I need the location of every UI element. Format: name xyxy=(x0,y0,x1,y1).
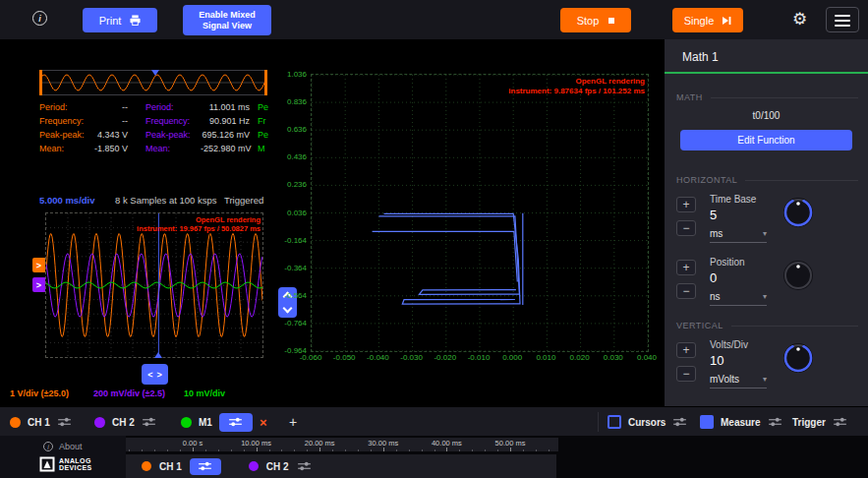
ch1-measurement-value: 4.343 V xyxy=(88,130,128,140)
xy-y-tick-label: -0.764 xyxy=(269,319,307,328)
gear-icon[interactable]: ⚙ xyxy=(792,8,807,31)
chevron-right-icon: > xyxy=(157,370,162,380)
timebase-decrement-button[interactable]: − xyxy=(676,220,696,236)
time-axis-minor-tick xyxy=(231,449,232,451)
single-button[interactable]: Single xyxy=(672,8,743,32)
edit-function-button[interactable]: Edit Function xyxy=(680,130,852,150)
ch1-settings-button-active[interactable] xyxy=(190,458,221,475)
opengl-notice: OpenGL rendering instrument: 9.87634 fps… xyxy=(508,77,645,96)
section-label: HORIZONTAL xyxy=(676,175,737,185)
voltsdiv-knob[interactable] xyxy=(781,340,816,376)
measurement-row: Frequency:--Frequency:90.901 HzFr xyxy=(39,114,271,128)
trigger-position-marker[interactable] xyxy=(151,70,159,76)
ch2-color-dot[interactable] xyxy=(94,417,105,428)
voltsdiv-value[interactable]: 10 xyxy=(710,353,723,368)
timebase-unit-value: ms xyxy=(710,228,723,239)
ch2-settings-icon[interactable] xyxy=(142,417,156,427)
position-value[interactable]: 0 xyxy=(710,270,717,285)
time-axis-minor-tick xyxy=(371,449,372,451)
channel-m1-group[interactable]: M1 × xyxy=(181,407,267,437)
run-stop-button[interactable]: Stop xyxy=(560,8,631,32)
about-menu-item[interactable]: i About xyxy=(43,442,83,451)
measure-checkbox[interactable] xyxy=(700,415,714,429)
position-knob[interactable] xyxy=(781,258,816,293)
preview-right-handle[interactable] xyxy=(264,70,267,95)
chevron-left-icon: < xyxy=(147,370,152,380)
chevron-down-icon: ▾ xyxy=(763,376,767,384)
print-button[interactable]: Print xyxy=(83,8,157,32)
preview-left-handle[interactable] xyxy=(39,70,42,95)
time-axis-strip: 0.00 s10.00 ms20.00 ms30.00 ms40.00 ms50… xyxy=(126,438,558,451)
measurement-row: Peak-peak:4.343 VPeak-peak:695.126 mVPe xyxy=(39,128,271,142)
position-increment-button[interactable]: + xyxy=(676,260,696,275)
timebase-value[interactable]: 5 xyxy=(710,208,717,222)
voltsdiv-unit-value: mVolts xyxy=(710,374,739,385)
voltsdiv-unit-select[interactable]: mVolts ▾ xyxy=(710,374,767,388)
printer-icon xyxy=(130,15,141,26)
xy-y-tick-label: 0.036 xyxy=(269,209,307,217)
background-channel-bar: CH 1 CH 2 xyxy=(126,454,556,478)
cursors-checkbox[interactable] xyxy=(608,415,621,429)
ch2-measurement-label: Mean: xyxy=(145,144,201,153)
info-icon[interactable]: i xyxy=(32,11,47,26)
menu-button[interactable] xyxy=(826,7,859,32)
background-window: i About ANALOG DEVICES 0.00 s10.00 ms20.… xyxy=(0,436,868,478)
single-shot-icon xyxy=(722,16,731,26)
ch1-measurement-value: -1.850 V xyxy=(88,144,128,153)
cursors-settings-icon[interactable] xyxy=(672,417,687,427)
trigger-settings-icon[interactable] xyxy=(833,417,847,427)
enable-mixed-signal-button[interactable]: Enable Mixed Signal View xyxy=(183,5,271,35)
measure-settings-icon[interactable] xyxy=(768,417,782,427)
timebase-increment-button[interactable]: + xyxy=(676,197,696,212)
acquisition-preview-strip[interactable] xyxy=(39,70,267,95)
panel-accent-line xyxy=(665,72,868,74)
m1-settings-button-active[interactable] xyxy=(219,413,253,432)
horizontal-scroll-button[interactable]: < > xyxy=(142,364,168,385)
opengl-notice-line2: instrument: 19.967 fps / 50.0827 ms xyxy=(137,224,260,233)
ch2-settings-icon[interactable] xyxy=(297,461,312,471)
measurement-row: Period:--Period:11.001 msPe xyxy=(39,100,271,114)
ch2-measurement-label: Period: xyxy=(145,102,201,112)
m1-close-button[interactable]: × xyxy=(260,416,267,429)
info-icon-glyph: i xyxy=(47,444,49,450)
ch1-color-dot[interactable] xyxy=(142,461,151,471)
measurement-row: Mean:-1.850 VMean:-252.980 mVM xyxy=(39,142,271,155)
xy-y-tick-label: -0.164 xyxy=(269,236,307,245)
time-axis-label: 20.00 ms xyxy=(294,439,345,448)
ch2-measurement-label: Frequency: xyxy=(145,116,201,126)
channel-ch2-group[interactable]: CH 2 xyxy=(94,407,156,437)
channel-ch1-group[interactable]: CH 1 xyxy=(10,407,72,437)
voltsdiv-increment-button[interactable]: + xyxy=(676,342,696,358)
position-unit-select[interactable]: ns ▾ xyxy=(710,291,767,306)
time-axis-tick xyxy=(383,448,384,451)
voltsdiv-decrement-button[interactable]: − xyxy=(676,366,696,382)
add-channel-button[interactable]: + xyxy=(289,407,297,437)
analog-devices-logo: ANALOG DEVICES xyxy=(39,456,92,472)
cursors-group[interactable]: Cursors xyxy=(608,407,687,437)
trigger-group[interactable]: Trigger xyxy=(792,407,847,437)
about-label: About xyxy=(59,442,83,451)
timebase-unit-select[interactable]: ms ▾ xyxy=(710,228,767,243)
ch2-measurement-value: -252.980 mV xyxy=(201,144,250,153)
time-domain-plot[interactable]: OpenGL rendering instrument: 19.967 fps … xyxy=(45,212,263,358)
measure-group[interactable]: Measure xyxy=(700,407,782,437)
time-axis-minor-tick xyxy=(523,449,524,451)
position-decrement-button[interactable]: − xyxy=(676,283,696,299)
ch1-measurement-value: -- xyxy=(88,102,128,112)
m1-color-dot[interactable] xyxy=(181,417,192,428)
ch1-color-dot[interactable] xyxy=(10,417,21,428)
voltsdiv-label: Volts/Div xyxy=(710,339,748,350)
ch2-measurement-value: 11.001 ms xyxy=(201,102,250,112)
time-axis-minor-tick xyxy=(244,449,245,451)
print-label: Print xyxy=(99,15,122,27)
math-function-text: t0/100 xyxy=(665,110,868,121)
timebase-knob[interactable] xyxy=(781,195,816,230)
trigger-time-marker[interactable] xyxy=(154,352,162,358)
ch1-settings-icon[interactable] xyxy=(57,417,72,427)
ch1-offset-handle[interactable]: > xyxy=(32,258,45,272)
ch2-color-dot[interactable] xyxy=(249,461,259,471)
ch2-offset-handle[interactable]: > xyxy=(32,277,45,292)
xy-y-tick-label: 0.836 xyxy=(269,97,307,106)
xy-math-plot[interactable]: OpenGL rendering instrument: 9.87634 fps… xyxy=(311,74,649,352)
ch2-volts-per-div-label: 200 mV/div (±2.5) xyxy=(93,388,165,398)
